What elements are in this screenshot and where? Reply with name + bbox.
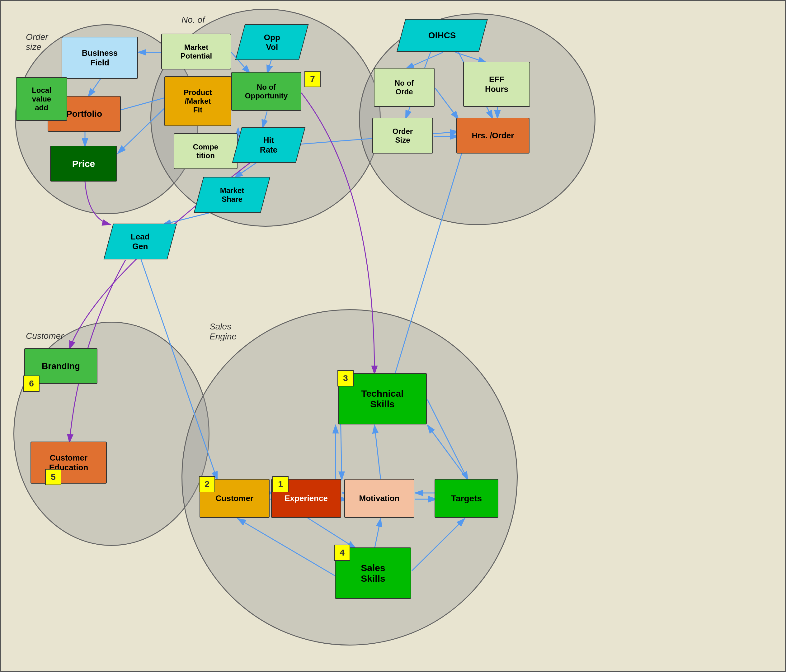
badge-1: 1 bbox=[272, 476, 289, 492]
hit-rate-node: HitRate bbox=[232, 127, 306, 163]
no-of-label: No. of bbox=[181, 15, 205, 25]
targets-node: Targets bbox=[435, 479, 498, 518]
customer-label: Customer bbox=[26, 331, 63, 341]
oihcs-node: OIHCS bbox=[396, 19, 488, 52]
eff-hours-node: EFFHours bbox=[463, 61, 530, 107]
market-potential-node: MarketPotential bbox=[161, 34, 231, 69]
badge-3: 3 bbox=[338, 370, 354, 386]
price-node: Price bbox=[50, 146, 117, 181]
main-diagram: Ordersize No. of Customer SalesEngine bbox=[0, 0, 786, 672]
motivation-node: Motivation bbox=[344, 479, 414, 518]
order-size-label: Ordersize bbox=[26, 32, 48, 52]
badge-6: 6 bbox=[24, 376, 39, 392]
badge-5: 5 bbox=[45, 469, 61, 485]
badge-7: 7 bbox=[305, 71, 321, 87]
badge-2: 2 bbox=[199, 476, 215, 492]
svg-line-16 bbox=[163, 212, 212, 225]
customer-education-node: CustomerEducation bbox=[30, 442, 107, 483]
no-of-opportunity-node: No ofOpportunity bbox=[231, 72, 301, 111]
sales-engine-label: SalesEngine bbox=[209, 322, 237, 342]
business-field-node: BusinessField bbox=[61, 37, 138, 79]
badge-4: 4 bbox=[334, 545, 350, 561]
opp-vol-node: OppVol bbox=[235, 24, 309, 60]
hrs-per-order-node: Hrs. /Order bbox=[456, 118, 530, 154]
local-value-add-node: Localvalueadd bbox=[16, 77, 67, 121]
no-of-orde-node: No ofOrde bbox=[374, 68, 435, 107]
market-share-node: MarketShare bbox=[194, 177, 270, 213]
order-size-right-node: OrderSize bbox=[372, 118, 433, 154]
product-market-fit-node: Product/MarketFit bbox=[164, 76, 231, 126]
lead-gen-node: LeadGen bbox=[104, 223, 177, 260]
competition-node: Competition bbox=[174, 133, 237, 169]
